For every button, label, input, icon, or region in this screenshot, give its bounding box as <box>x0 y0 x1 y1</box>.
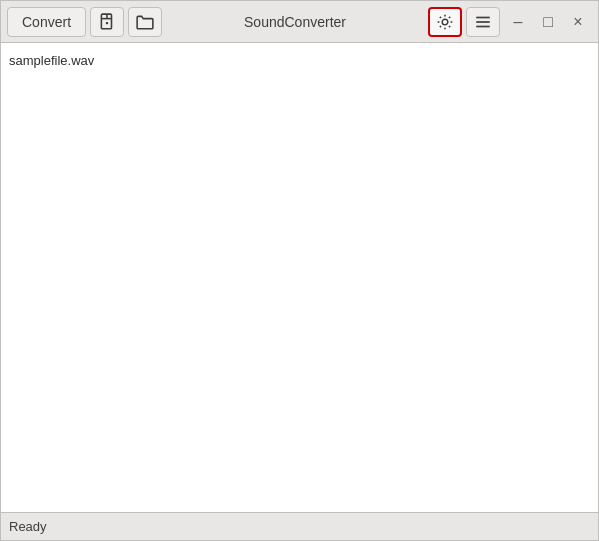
menu-button[interactable] <box>466 7 500 37</box>
list-item: samplefile.wav <box>9 51 590 70</box>
file-icon <box>98 13 116 31</box>
main-window: Convert SoundConverter <box>0 0 599 541</box>
window-controls: – □ × <box>504 8 592 36</box>
status-text: Ready <box>9 519 47 534</box>
convert-button[interactable]: Convert <box>7 7 86 37</box>
add-file-button[interactable] <box>90 7 124 37</box>
maximize-button[interactable]: □ <box>534 8 562 36</box>
minimize-button[interactable]: – <box>504 8 532 36</box>
folder-icon <box>136 13 154 31</box>
window-title: SoundConverter <box>166 14 424 30</box>
settings-button[interactable] <box>428 7 462 37</box>
gear-icon <box>436 13 454 31</box>
add-folder-button[interactable] <box>128 7 162 37</box>
svg-point-5 <box>442 19 448 25</box>
close-button[interactable]: × <box>564 8 592 36</box>
statusbar: Ready <box>1 512 598 540</box>
hamburger-icon <box>474 13 492 31</box>
file-list: samplefile.wav <box>1 43 598 512</box>
titlebar: Convert SoundConverter <box>1 1 598 43</box>
